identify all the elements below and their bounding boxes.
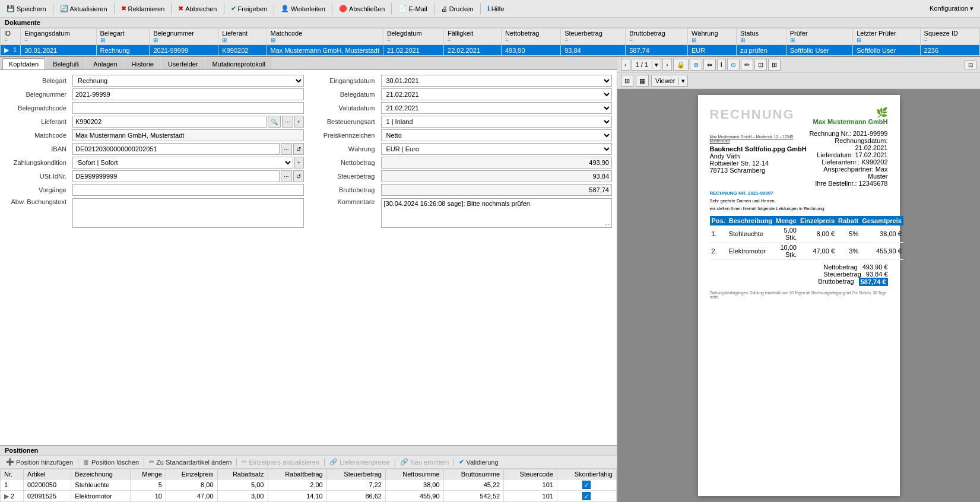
change-std-article-button[interactable]: ✏ Zu Standardartikel ändern	[147, 457, 234, 466]
waehrung-select[interactable]: EUR | Euro	[381, 143, 613, 155]
lock-button[interactable]: 🔒	[673, 59, 689, 71]
table-row[interactable]: ▶ 1 30.01.2021 Rechnung 2021-99999 K9902…	[1, 45, 980, 56]
preview-mode-button[interactable]: ⊞	[621, 75, 633, 87]
skontierfaehig-checkbox-2[interactable]: ✓	[582, 492, 591, 500]
page-selector[interactable]: 1 / 1 ▾	[632, 59, 661, 71]
preview-content[interactable]: RECHNUNG 🌿 Max Mustermann GmbH Max Muste…	[617, 89, 980, 502]
tab-historie[interactable]: Historie	[125, 58, 160, 69]
table-mode-button[interactable]: ▦	[636, 75, 649, 87]
iban-input[interactable]	[72, 143, 280, 155]
lieferant-add-button[interactable]: +	[294, 116, 304, 128]
validate-button[interactable]: ✔ Validierung	[456, 457, 500, 466]
belegmatchcode-input[interactable]	[72, 102, 304, 114]
belegart-select[interactable]: Rechnung	[72, 75, 304, 87]
delete-position-button[interactable]: 🗑 Position löschen	[81, 458, 141, 466]
tab-userfelder[interactable]: Userfelder	[161, 58, 205, 69]
pos-col-steuerbetrag[interactable]: Steuerbetrag	[326, 469, 385, 479]
reclaim-button[interactable]: ✖ Reklamieren	[117, 3, 169, 14]
zoom-in-button[interactable]: ⊕	[690, 59, 702, 71]
complete-button[interactable]: 🔴 Abschließen	[335, 3, 389, 14]
skontierfaehig-checkbox-1[interactable]: ✓	[582, 481, 591, 489]
col-waehrung[interactable]: Währung⊞	[687, 28, 736, 45]
corner-button[interactable]: ⊡	[965, 61, 976, 69]
col-id[interactable]: ID=	[1, 28, 21, 45]
tab-belegfuss[interactable]: Belegfuß	[46, 58, 85, 69]
col-bruttobetrag[interactable]: Bruttobetrag=	[626, 28, 688, 45]
iban-refresh-button[interactable]: ↺	[293, 143, 304, 155]
email-button[interactable]: 📄 E-Mail	[394, 3, 431, 14]
forward-button[interactable]: 👤 Weiterleiten	[277, 3, 329, 14]
belegnummer-input[interactable]	[72, 88, 304, 100]
add-position-button[interactable]: ➕ Position hinzufügen	[4, 457, 75, 466]
pos-col-rabattbetrag[interactable]: Rabattbetrag	[268, 469, 326, 479]
lieferant-input[interactable]	[72, 116, 267, 128]
vorgaenge-input[interactable]	[72, 184, 304, 196]
belegdatum-select[interactable]: 21.02.2021	[381, 88, 613, 100]
iban-more-button[interactable]: ···	[281, 143, 291, 155]
ust-idnr-refresh-button[interactable]: ↺	[293, 170, 304, 182]
col-belegdatum[interactable]: Belegdatum=	[383, 28, 443, 45]
col-eingangsdatum[interactable]: Eingangsdatum=	[21, 28, 96, 45]
next-page-button[interactable]: ›	[662, 59, 672, 71]
col-steuerbetrag[interactable]: Steuerbetrag=	[561, 28, 626, 45]
valutadatum-select[interactable]: 21.02.2021	[381, 102, 613, 114]
col-faelligkeit[interactable]: Fälligkeit=	[444, 28, 502, 45]
pos-col-artikel[interactable]: Artikel	[24, 469, 71, 479]
col-matchcode[interactable]: Matchcode⊞	[267, 28, 383, 45]
fit-width-button[interactable]: ⇔	[703, 59, 716, 71]
tab-anlagen[interactable]: Anlagen	[87, 58, 123, 69]
crop-button[interactable]: ⊡	[754, 59, 767, 71]
zoom-out-button[interactable]: ⊖	[727, 59, 740, 71]
col-belegnummer[interactable]: Belegnummer⊞	[150, 28, 218, 45]
lieferant-more-button[interactable]: ···	[282, 116, 293, 128]
expand-arrow-2[interactable]: ▶	[4, 493, 11, 500]
kommentare-textarea[interactable]	[381, 198, 613, 228]
col-belegart[interactable]: Belegart⊞	[96, 28, 150, 45]
edit-button[interactable]: ✏	[741, 59, 753, 71]
pos-col-einzelpreis[interactable]: Einzelpreis	[166, 469, 217, 479]
pos-col-nr[interactable]: Nr.	[1, 469, 24, 479]
ust-idnr-input[interactable]	[72, 170, 280, 182]
cancel-button[interactable]: ✖ Abbrechen	[174, 3, 221, 14]
col-squeeze-id[interactable]: Squeeze ID=	[920, 28, 979, 45]
fit-height-button[interactable]: I	[717, 59, 726, 71]
update-price-button[interactable]: ✏ Einzelpreis aktualisieren	[239, 457, 322, 466]
recalculate-button[interactable]: 🔗 Neu ermitteln	[398, 457, 451, 466]
tab-kopfdaten[interactable]: Kopfdaten	[2, 58, 45, 69]
pos-row-1[interactable]: 1 00200050 Stehleuchte 5 8,00 5,00 2,00 …	[1, 479, 617, 491]
pos-col-bruttosumme[interactable]: Bruttosumme	[443, 469, 504, 479]
refresh-button[interactable]: 🔄 Aktualisieren	[56, 3, 112, 14]
pos-col-menge[interactable]: Menge	[130, 469, 166, 479]
zahlungskondition-select[interactable]: Sofort | Sofort	[72, 157, 293, 169]
help-button[interactable]: ℹ Hilfe	[483, 3, 509, 14]
tab-mutationsprotokoll[interactable]: Mutationsprotokoll	[206, 58, 272, 69]
eingangsdatum-select[interactable]: 30.01.2021	[381, 75, 613, 87]
supplier-prices-button[interactable]: 🔗 Lieferantenpreise	[327, 457, 392, 466]
col-status[interactable]: Status⊞	[736, 28, 786, 45]
pos-row-2[interactable]: ▶ 2 02091525 Elektromotor 10 47,00 3,00 …	[1, 491, 617, 502]
preiskennzeichen-select[interactable]: Netto	[381, 129, 613, 141]
zahlungskondition-add-button[interactable]: +	[294, 157, 304, 169]
save-button[interactable]: 💾 Speichern	[2, 3, 50, 14]
pos-col-rabattsatz[interactable]: Rabattsatz	[217, 469, 268, 479]
col-pruefer[interactable]: Prüfer⊞	[786, 28, 852, 45]
pos-col-nettosumme[interactable]: Nettosumme	[385, 469, 443, 479]
lieferant-search-button[interactable]: 🔍	[268, 116, 281, 128]
prev-page-button[interactable]: ‹	[621, 59, 630, 71]
print-button[interactable]: 🖨 Drucken	[437, 4, 478, 14]
kommentare-more-button[interactable]: ···	[605, 221, 611, 228]
config-button[interactable]: Konfiguration ▾	[925, 3, 978, 14]
release-button[interactable]: ✔ Freigeben	[227, 3, 272, 14]
grid-button[interactable]: ⊞	[768, 59, 781, 71]
viewer-dropdown-arrow[interactable]: ▾	[678, 77, 687, 85]
page-dropdown-arrow[interactable]: ▾	[652, 61, 661, 69]
pos-col-steuercode[interactable]: Steuercode	[504, 469, 557, 479]
besteuerungsart-select[interactable]: 1 | Inland	[381, 116, 613, 128]
abw-buchungstext-textarea[interactable]	[72, 198, 304, 228]
pos-col-skontierfaehig[interactable]: Skontierfähig	[557, 469, 616, 479]
pos-col-bezeichnung[interactable]: Bezeichnung	[71, 469, 130, 479]
ust-idnr-more-button[interactable]: ···	[281, 170, 291, 182]
col-letzter-pruefer[interactable]: Letzter Prüfer⊞	[853, 28, 920, 45]
col-lieferant[interactable]: Lieferant⊞	[218, 28, 267, 45]
viewer-dropdown[interactable]: Viewer ▾	[651, 75, 688, 87]
